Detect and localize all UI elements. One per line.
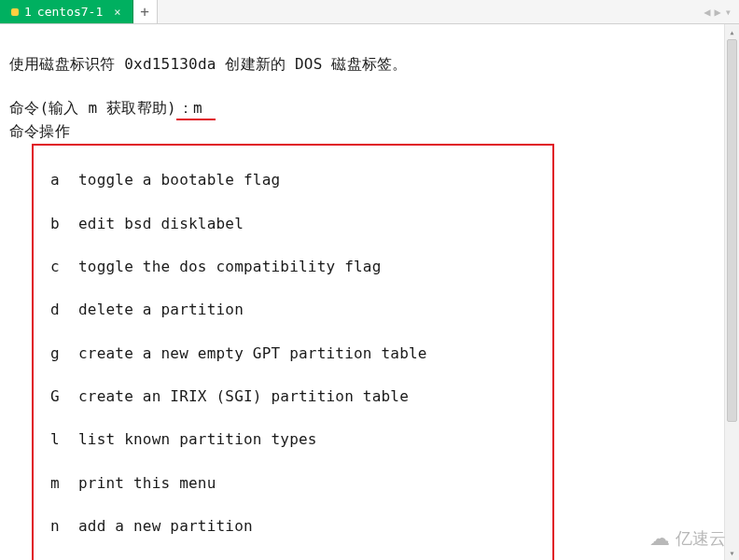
help-key: g: [37, 343, 78, 364]
scroll-up-icon[interactable]: ▴: [725, 24, 739, 39]
help-desc: print this menu: [78, 472, 216, 494]
tab-centos7-1[interactable]: 1 centos7-1 ×: [0, 0, 133, 23]
help-key: c: [37, 256, 78, 277]
help-key: a: [37, 169, 78, 190]
fdisk-help-box: atoggle a bootable flag bedit bsd diskla…: [32, 144, 554, 560]
help-desc: delete a partition: [78, 299, 244, 320]
help-key: m: [37, 472, 78, 494]
help-desc: toggle the dos compatibility flag: [78, 256, 381, 277]
help-key: n: [37, 515, 78, 537]
help-desc: create a new empty GPT partition table: [78, 343, 427, 364]
help-key: b: [37, 213, 78, 234]
help-row: ctoggle the dos compatibility flag: [37, 256, 549, 277]
help-desc: list known partition types: [78, 428, 317, 450]
help-key: G: [37, 385, 78, 407]
prompt-input-highlight: ：m: [176, 97, 216, 120]
help-row: mprint this menu: [37, 472, 549, 494]
close-icon[interactable]: ×: [114, 6, 120, 19]
tab-index: 1: [24, 5, 32, 19]
tab-title: centos7-1: [37, 5, 103, 19]
help-key: d: [37, 299, 78, 320]
help-row: ddelete a partition: [37, 299, 549, 320]
prompt-prefix: 命令(输入 m 获取帮助): [9, 99, 176, 117]
help-row: bedit bsd disklabel: [37, 213, 549, 234]
nav-right-icon[interactable]: ▶: [715, 6, 721, 19]
help-row: atoggle a bootable flag: [37, 169, 549, 190]
help-desc: add a new partition: [78, 515, 253, 537]
help-row: nadd a new partition: [37, 515, 549, 537]
tab-nav: ◀ ▶ ▾: [704, 0, 739, 23]
help-desc: toggle a bootable flag: [78, 169, 280, 190]
entered-command: m: [193, 99, 202, 117]
scroll-thumb[interactable]: [727, 39, 737, 422]
prompt-colon: ：: [178, 99, 193, 117]
help-desc: edit bsd disklabel: [78, 213, 244, 234]
ops-header: 命令操作: [9, 122, 70, 140]
scroll-down-icon[interactable]: ▾: [725, 545, 739, 560]
help-desc: create an IRIX (SGI) partition table: [78, 385, 409, 407]
nav-left-icon[interactable]: ◀: [704, 6, 710, 19]
tab-bar: 1 centos7-1 × + ◀ ▶ ▾: [0, 0, 739, 24]
terminal-wrap: 使用磁盘标识符 0xd15130da 创建新的 DOS 磁盘标签。 命令(输入 …: [0, 24, 739, 560]
help-key: l: [37, 428, 78, 450]
add-tab-button[interactable]: +: [133, 0, 158, 23]
help-row: gcreate a new empty GPT partition table: [37, 343, 549, 364]
tab-status-icon: [11, 8, 19, 16]
help-row: llist known partition types: [37, 428, 549, 450]
prompt-line: 命令(输入 m 获取帮助)：m: [9, 99, 216, 117]
scrollbar[interactable]: ▴ ▾: [724, 24, 739, 560]
help-row: Gcreate an IRIX (SGI) partition table: [37, 385, 549, 407]
terminal[interactable]: 使用磁盘标识符 0xd15130da 创建新的 DOS 磁盘标签。 命令(输入 …: [0, 24, 739, 560]
nav-menu-icon[interactable]: ▾: [725, 6, 732, 19]
terminal-line: 使用磁盘标识符 0xd15130da 创建新的 DOS 磁盘标签。: [9, 55, 407, 73]
